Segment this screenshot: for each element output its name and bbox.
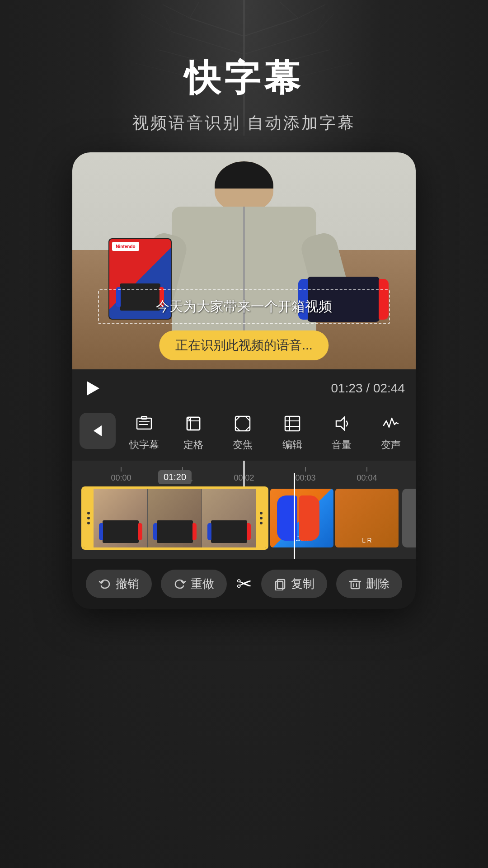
joycon-right (299, 495, 319, 541)
person-head (215, 161, 273, 211)
tick-label-4: 00:04 (357, 473, 377, 483)
redo-label: 重做 (191, 576, 214, 592)
svg-rect-33 (351, 581, 359, 589)
zoom-label: 变焦 (233, 438, 253, 452)
volume-label: 音量 (332, 438, 352, 452)
tick-line-0 (121, 467, 122, 472)
volume-icon (331, 413, 352, 434)
tick-0: 00:00 (111, 467, 131, 483)
nintendo-logo: Nintendo (112, 242, 139, 251)
clip-frame-3 (202, 489, 256, 547)
handle-dots-right (260, 512, 263, 524)
zoom-icon (232, 413, 253, 434)
redo-icon (174, 578, 186, 590)
freeze-label: 定格 (183, 438, 203, 452)
tool-edit[interactable]: 编辑 (274, 413, 310, 452)
freeze-icon (183, 413, 204, 434)
main-clip[interactable]: 01:20 (81, 486, 268, 550)
video-preview: Nintendo (72, 152, 416, 609)
processing-badge: 正在识别此视频的语音... (159, 330, 328, 360)
add-clip-button[interactable]: + (402, 489, 416, 547)
clip-frames (94, 489, 256, 547)
clip-handle-left[interactable] (84, 489, 94, 547)
tool-subtitle[interactable]: 快字幕 (126, 413, 162, 452)
subtitle-icon (133, 413, 155, 434)
secondary-clips: Con L R + (270, 489, 416, 547)
phone-mockup: Nintendo (72, 152, 416, 609)
clip-handle-right[interactable] (256, 489, 266, 547)
play-button[interactable] (83, 378, 103, 398)
subtitle-overlay: 今天为大家带来一个开箱视频 (98, 289, 390, 324)
timeline-cursor (244, 461, 245, 486)
undo-button[interactable]: 撤销 (86, 570, 152, 598)
page-subtitle: 视频语音识别 自动添加字幕 (132, 112, 356, 134)
delete-label: 删除 (366, 576, 389, 592)
handle-dots-left (87, 512, 90, 524)
voice-label: 变声 (381, 438, 401, 452)
edit-icon (282, 413, 303, 434)
person-hair (215, 161, 273, 189)
joycon-visual (277, 493, 327, 543)
time-display: 01:23 / 02:44 (331, 381, 405, 396)
clip-selected (81, 486, 268, 550)
video-subtitle-text: 今天为大家带来一个开箱视频 (108, 297, 380, 316)
page-title: 快字幕 (132, 54, 356, 103)
tick-line-4 (366, 467, 367, 472)
tool-voice[interactable]: 变声 (373, 413, 409, 452)
clip-frame-1 (94, 489, 148, 547)
undo-icon (99, 578, 111, 590)
tick-3: 00:03 (295, 467, 315, 483)
back-chevron-icon (94, 425, 102, 436)
secondary-clip-1[interactable]: Con (270, 489, 333, 547)
scissors-button[interactable]: ✂ (236, 573, 252, 595)
secondary-clip-2[interactable]: L R (335, 489, 399, 547)
page-content: 快字幕 视频语音识别 自动添加字幕 (0, 0, 488, 609)
undo-label: 撤销 (116, 576, 139, 592)
tick-label-0: 00:00 (111, 473, 131, 483)
frame-switch-1 (103, 520, 139, 543)
copy-label: 复制 (291, 576, 314, 592)
svg-marker-30 (336, 417, 344, 430)
clip-timestamp: 01:20 (158, 470, 192, 484)
play-icon (87, 381, 99, 396)
frame-switch-3 (211, 520, 247, 543)
tick-line-3 (305, 467, 306, 472)
edit-label: 编辑 (282, 438, 302, 452)
delete-button[interactable]: 删除 (336, 570, 402, 598)
svg-rect-26 (285, 416, 300, 431)
tick-4: 00:04 (357, 467, 377, 483)
video-frame: Nintendo (72, 152, 416, 369)
svg-rect-17 (137, 418, 151, 429)
tools-row: 快字幕 定格 (72, 406, 416, 461)
tools-back-button[interactable] (80, 413, 116, 449)
video-strip-wrapper: 01:20 (72, 486, 416, 550)
controls-bar: 01:23 / 02:44 (72, 369, 416, 406)
frame-switch-2 (157, 520, 193, 543)
clip-2-label: L R (362, 537, 371, 544)
tools-list: 快字幕 定格 (119, 413, 416, 452)
redo-button[interactable]: 重做 (161, 570, 227, 598)
copy-button[interactable]: 复制 (261, 570, 327, 598)
video-strip-area[interactable]: 01:20 (72, 486, 416, 559)
clip-frame-2 (148, 489, 202, 547)
subtitle-label: 快字幕 (129, 438, 159, 452)
bottom-toolbar: 撤销 重做 ✂ 复制 (72, 559, 416, 609)
tool-volume[interactable]: 音量 (324, 413, 360, 452)
header-section: 快字幕 视频语音识别 自动添加字幕 (132, 0, 356, 152)
tick-label-3: 00:03 (295, 473, 315, 483)
timeline-ruler: 00:00 00:01 00:02 00:03 (72, 461, 416, 486)
tool-zoom[interactable]: 变焦 (225, 413, 261, 452)
copy-icon (274, 578, 286, 590)
strip-cursor (294, 473, 295, 559)
tool-freeze[interactable]: 定格 (175, 413, 211, 452)
voice-icon (380, 413, 402, 434)
delete-icon (349, 578, 361, 590)
